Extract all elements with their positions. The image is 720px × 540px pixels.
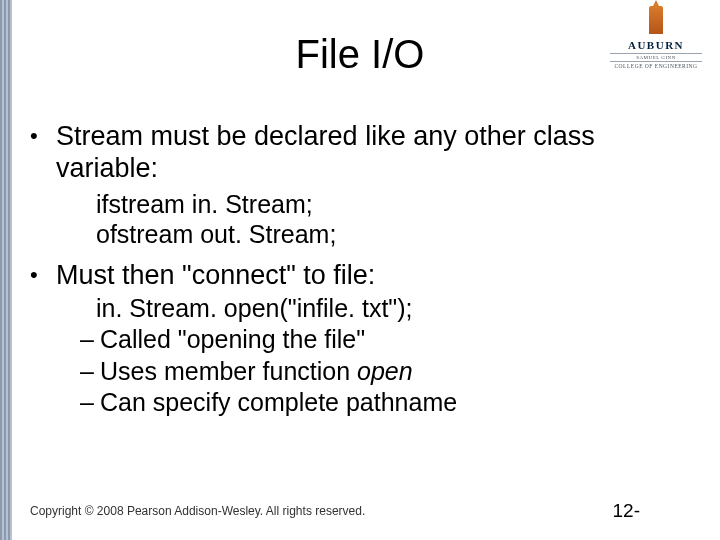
subbullet-2a: Uses member function	[100, 357, 357, 385]
bullet-1: • Stream must be declared like any other…	[30, 120, 670, 185]
page-number: 12-	[613, 500, 640, 522]
decorative-stripe	[0, 0, 12, 540]
subbullet-2: – Uses member function open	[80, 356, 670, 387]
dash-icon: –	[80, 324, 100, 355]
code-line-1a: ifstream in. Stream;	[96, 189, 670, 219]
bullet-1-text: Stream must be declared like any other c…	[56, 120, 670, 185]
bullet-2-text: Must then "connect" to file:	[56, 259, 670, 291]
subbullet-2-text: Uses member function open	[100, 356, 413, 387]
bullet-dot-icon: •	[30, 120, 56, 185]
code-line-1b: ofstream out. Stream;	[96, 219, 670, 249]
subbullet-1-text: Called "opening the file"	[100, 324, 365, 355]
code-line-2: in. Stream. open("infile. txt");	[96, 293, 670, 324]
slide-title: File I/O	[0, 32, 720, 77]
tower-icon	[649, 6, 663, 34]
sub-block-2: in. Stream. open("infile. txt"); – Calle…	[80, 293, 670, 418]
slide-body: • Stream must be declared like any other…	[30, 120, 670, 418]
dash-icon: –	[80, 387, 100, 418]
copyright-text: Copyright © 2008 Pearson Addison-Wesley.…	[30, 504, 365, 518]
subbullet-1: – Called "opening the file"	[80, 324, 670, 355]
bullet-2: • Must then "connect" to file:	[30, 259, 670, 291]
code-block-1: ifstream in. Stream; ofstream out. Strea…	[96, 189, 670, 249]
bullet-dot-icon: •	[30, 259, 56, 291]
subbullet-3-text: Can specify complete pathname	[100, 387, 457, 418]
subbullet-2b-italic: open	[357, 357, 413, 385]
dash-icon: –	[80, 356, 100, 387]
subbullet-3: – Can specify complete pathname	[80, 387, 670, 418]
